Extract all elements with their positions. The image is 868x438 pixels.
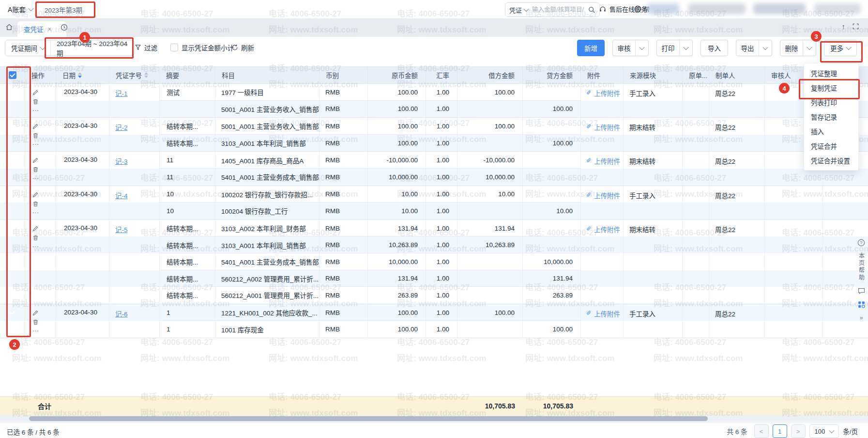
menu-item-7[interactable]: 凭证合并设置 (804, 153, 858, 168)
cell-credit (523, 186, 581, 203)
page-size-select[interactable]: 100 (809, 424, 839, 438)
column-header-8: 汇率 (426, 67, 457, 83)
delete-icon[interactable] (32, 132, 56, 139)
prev-page-button[interactable]: < (754, 424, 769, 438)
cell-account: 1001 库存现金 (215, 321, 320, 338)
edit-icon[interactable] (32, 310, 56, 316)
refresh-button[interactable]: 刷新 (231, 40, 254, 55)
search-icon[interactable] (588, 6, 595, 14)
history-clock-icon[interactable] (60, 23, 68, 33)
upload-attachment-link[interactable]: 上传附件 (581, 186, 624, 219)
scrollbar-thumb[interactable] (29, 416, 708, 421)
collapse-chevron-icon[interactable]: » (859, 314, 863, 321)
edit-icon[interactable] (32, 89, 56, 95)
tab-voucher-list[interactable]: 查凭证 × (17, 21, 66, 37)
period-type-select[interactable]: 凭证期间 (5, 40, 51, 56)
voucher-no-link[interactable]: 记-5 (115, 226, 128, 234)
cell-amount: 131.94 (368, 220, 426, 237)
menu-item-1[interactable]: 凭证整理 (804, 66, 858, 80)
cell-account: 100204 银行存款_工行 (215, 203, 320, 219)
add-button[interactable]: 新增 (577, 40, 605, 56)
menu-item-3[interactable]: 列表打印 (804, 95, 858, 110)
top-bar: A账套 2023年第3期 凭证 售后在线服务 ? 帮 (0, 0, 868, 18)
cell-summary (160, 101, 215, 118)
cell-account: 5001_A001 主营业务收入_销售部 (215, 118, 320, 135)
cell-currency: RMB (320, 220, 368, 237)
delete-dropdown-button[interactable] (803, 40, 816, 56)
voucher-no-link[interactable]: 记-3 (115, 158, 128, 165)
audit-dropdown-button[interactable] (635, 40, 648, 56)
menu-item-6[interactable]: 凭证合并 (804, 139, 858, 153)
line-divider (160, 168, 581, 169)
voucher-no-link[interactable]: 记-6 (115, 311, 128, 318)
search-category-select[interactable]: 凭证 (509, 5, 528, 15)
cell-credit: 100.00 (523, 101, 581, 118)
audit-button[interactable]: 审核 (613, 40, 635, 56)
home-icon[interactable] (5, 23, 14, 33)
collapse-up-icon[interactable]: ↑ (842, 22, 846, 31)
upload-attachment-link[interactable]: 上传附件 (581, 152, 624, 185)
select-all-checkbox[interactable] (9, 71, 16, 79)
cell-credit: 100.00 (523, 321, 581, 338)
voucher-row-group: ...2023-04-30记-1测试1977 一级科目RMB100.001.00… (0, 83, 868, 117)
menu-item-4[interactable]: 暂存记录 (804, 110, 858, 124)
show-subtotal-toggle[interactable]: 显示凭证金额小计 (170, 40, 234, 55)
delete-icon[interactable] (32, 166, 56, 173)
more-ops-icon[interactable]: ... (32, 328, 56, 330)
delete-icon[interactable] (32, 201, 56, 207)
voucher-no-link[interactable]: 记-2 (115, 124, 128, 131)
column-header-3[interactable]: 凭证字号 (109, 67, 160, 83)
filter-button[interactable]: 过滤 (135, 40, 157, 55)
export-button[interactable]: 导出 (736, 40, 759, 56)
cell-rate: 1.00 (426, 287, 457, 304)
account-set-selector[interactable]: A账套 (8, 4, 33, 14)
more-ops-icon[interactable]: ... (32, 176, 56, 178)
more-ops-icon[interactable]: ... (32, 210, 56, 212)
feedback-circle-icon[interactable]: ? (857, 238, 866, 247)
current-page-button[interactable]: 1 (773, 424, 787, 438)
upload-attachment-link[interactable]: 上传附件 (581, 118, 624, 151)
import-button[interactable]: 导入 (700, 40, 728, 56)
horizontal-scrollbar[interactable] (0, 415, 868, 422)
cell-rate: 1.00 (426, 186, 457, 203)
edit-icon[interactable] (32, 123, 56, 129)
delete-icon[interactable] (32, 319, 56, 326)
apps-grid-icon[interactable] (857, 300, 866, 309)
column-header-10: 贷方金额 (523, 67, 581, 83)
menu-item-5[interactable]: 插入 (804, 124, 858, 139)
upload-attachment-link[interactable]: 上传附件 (581, 84, 624, 117)
chat-icon[interactable] (857, 287, 866, 295)
more-ops-icon[interactable]: ... (32, 108, 56, 110)
edit-icon[interactable] (32, 157, 56, 163)
upload-attachment-link[interactable]: 上传附件 (581, 304, 624, 338)
page-help-vertical-label[interactable]: 本页帮助 (857, 252, 866, 282)
column-header-2[interactable]: 日期 (56, 67, 109, 83)
close-icon[interactable]: × (48, 26, 52, 32)
more-ops-icon[interactable]: ... (32, 142, 56, 144)
export-dropdown-button[interactable] (759, 40, 772, 56)
fullscreen-icon[interactable] (852, 23, 859, 30)
global-search[interactable]: 凭证 (505, 2, 600, 17)
watermark-text: 电话: 4006-6500-27网址: www.tdxsoft.com (269, 334, 358, 366)
edit-icon[interactable] (32, 191, 56, 198)
delete-icon[interactable] (32, 98, 56, 105)
creator: 周总22 (709, 304, 765, 338)
voucher-no-link[interactable]: 记-4 (115, 192, 128, 200)
delete-button[interactable]: 删除 (780, 40, 803, 56)
delete-icon[interactable] (32, 235, 56, 241)
filter-label: 过滤 (144, 43, 157, 52)
more-ops-icon[interactable]: ... (32, 244, 56, 246)
print-button[interactable]: 打印 (657, 40, 679, 56)
print-dropdown-button[interactable] (679, 40, 692, 56)
menu-item-2-highlighted[interactable]: 复制凭证 (804, 80, 858, 95)
subtotal-checkbox[interactable] (170, 44, 178, 51)
next-page-button[interactable]: > (791, 424, 806, 438)
period-range-picker[interactable]: 2023年04期 ~ 2023年04期 (51, 40, 134, 56)
search-input[interactable] (531, 6, 585, 14)
chevron-down-icon (523, 6, 529, 12)
upload-attachment-link[interactable]: 上传附件 (581, 220, 624, 304)
more-button[interactable]: 更多 (824, 40, 857, 56)
voucher-no-link[interactable]: 记-1 (115, 90, 128, 97)
edit-icon[interactable] (32, 225, 56, 232)
cell-account: 1977 一级科目 (215, 84, 320, 101)
